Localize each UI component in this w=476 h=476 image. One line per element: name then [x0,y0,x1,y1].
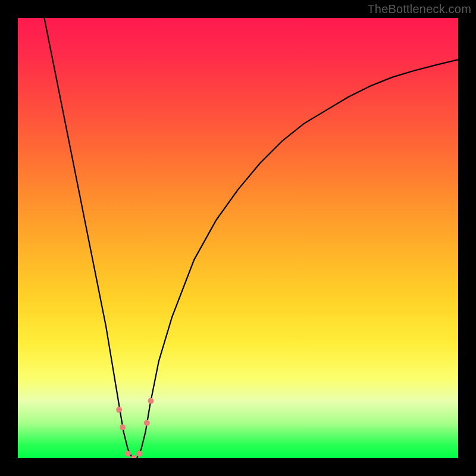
chart-frame: TheBottleneck.com [0,0,476,476]
bottleneck-curve [44,18,458,458]
marker-left-lower [120,424,126,430]
marker-bottom-3 [136,451,142,457]
marker-right-upper [148,398,154,404]
watermark-text: TheBottleneck.com [367,2,471,16]
marker-left-upper [116,407,122,413]
curve-svg [18,18,458,458]
marker-right-lower [144,420,150,426]
plot-area [18,18,458,458]
marker-bottom-1 [125,451,131,457]
curve-markers [116,398,154,458]
